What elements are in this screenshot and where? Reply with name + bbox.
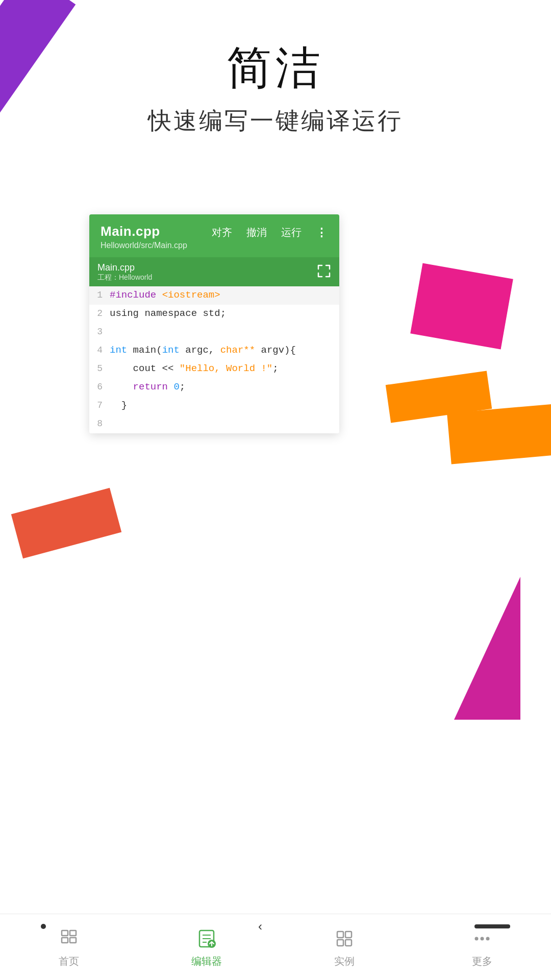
code-line-2: 2 using namespace std; <box>89 305 339 323</box>
nav-label-more: 更多 <box>472 954 492 968</box>
align-button[interactable]: 对齐 <box>212 226 232 239</box>
system-bar: ‹ <box>0 914 551 939</box>
editor-tab-bar: Main.cpp 工程：Helloworld <box>89 257 339 286</box>
more-options-icon[interactable]: ⋮ <box>316 226 328 239</box>
system-home[interactable] <box>474 924 510 928</box>
line-content-2: using namespace std; <box>108 305 339 322</box>
system-back[interactable]: ‹ <box>258 919 262 934</box>
line-number-4: 4 <box>89 342 108 358</box>
nav-label-examples: 实例 <box>334 954 355 968</box>
code-line-8: 8 <box>89 415 339 433</box>
editor-toolbar: Main.cpp Helloworld/src/Main.cpp 对齐 撤消 运… <box>89 214 339 257</box>
code-editor[interactable]: 1 #include <iostream> 2 using namespace … <box>89 286 339 433</box>
svg-rect-11 <box>337 940 343 946</box>
line-content-8 <box>108 415 339 432</box>
tab-filename: Main.cpp <box>97 262 152 273</box>
line-number-1: 1 <box>89 287 108 303</box>
toolbar-title-group: Main.cpp Helloworld/src/Main.cpp <box>101 224 187 250</box>
code-line-5: 5 cout << "Hello, World !"; <box>89 360 339 378</box>
decoration-red-rect <box>11 488 121 559</box>
line-content-7: } <box>108 397 339 414</box>
nav-label-editor: 编辑器 <box>191 954 222 968</box>
code-line-1: 1 #include <iostream> <box>89 286 339 305</box>
system-dot <box>41 924 46 929</box>
line-content-3 <box>108 323 339 340</box>
line-number-5: 5 <box>89 360 108 377</box>
code-line-3: 3 <box>89 323 339 341</box>
subtitle: 快速编写一键编译运行 <box>0 105 551 137</box>
decoration-orange-rect-mid <box>386 371 492 423</box>
tab-project: 工程：Helloworld <box>97 273 152 282</box>
line-number-3: 3 <box>89 324 108 340</box>
editor-tab[interactable]: Main.cpp 工程：Helloworld <box>97 262 152 282</box>
hero-section: 简洁 快速编写一键编译运行 <box>0 41 551 137</box>
decoration-orange-rect-right <box>447 404 551 464</box>
decoration-pink-rect <box>410 263 513 349</box>
line-number-2: 2 <box>89 305 108 322</box>
line-content-5: cout << "Hello, World !"; <box>108 360 339 377</box>
toolbar-actions: 对齐 撤消 运行 ⋮ <box>212 224 328 239</box>
line-content-6: return 0; <box>108 378 339 396</box>
editor-filename: Main.cpp <box>101 224 187 239</box>
undo-button[interactable]: 撤消 <box>246 226 267 239</box>
expand-icon[interactable] <box>317 264 331 281</box>
line-number-6: 6 <box>89 379 108 395</box>
code-line-4: 4 int main(int argc, char** argv){ <box>89 341 339 360</box>
line-number-7: 7 <box>89 397 108 413</box>
run-button[interactable]: 运行 <box>281 226 302 239</box>
svg-rect-12 <box>345 940 352 946</box>
editor-card[interactable]: Main.cpp Helloworld/src/Main.cpp 对齐 撤消 运… <box>89 214 339 433</box>
main-title: 简洁 <box>0 41 551 95</box>
line-number-8: 8 <box>89 415 108 432</box>
decoration-magenta-triangle <box>454 577 520 720</box>
editor-filepath: Helloworld/src/Main.cpp <box>101 241 187 250</box>
line-content-1: #include <iostream> <box>108 286 339 304</box>
nav-label-home: 首页 <box>59 954 79 968</box>
code-line-6: 6 return 0; <box>89 378 339 397</box>
line-content-4: int main(int argc, char** argv){ <box>108 341 339 359</box>
code-line-7: 7 } <box>89 397 339 415</box>
